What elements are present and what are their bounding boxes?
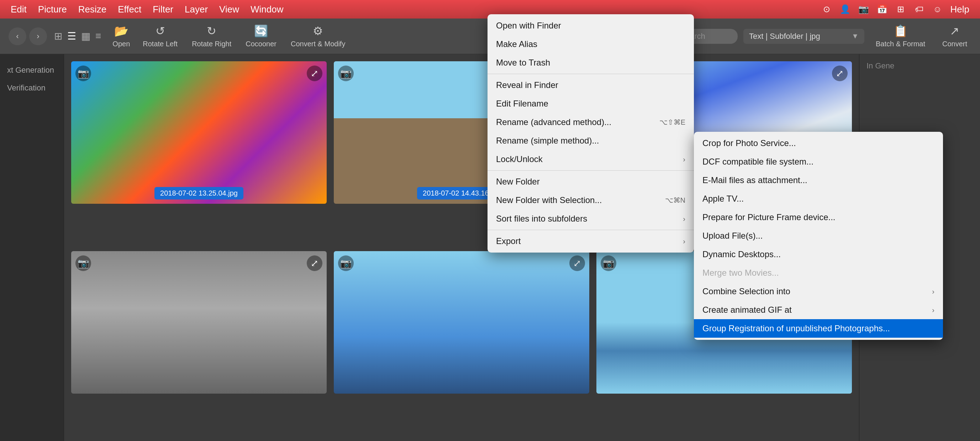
cm-new-folder-selection[interactable]: New Folder with Selection... ⌥⌘N xyxy=(487,191,694,209)
sidebar-item-generation[interactable]: xt Generation xyxy=(0,61,64,79)
strip-view-btn[interactable]: ▦ xyxy=(80,29,92,43)
grid-icon: ⊞ xyxy=(894,3,907,16)
rotate-right-label: Rotate Right xyxy=(192,40,231,48)
person-icon: 👤 xyxy=(839,3,851,16)
open-label: Open xyxy=(113,40,130,48)
camera-overlay-6: 📷 xyxy=(601,256,616,271)
convert-modify-icon: ⚙ xyxy=(313,24,323,38)
list-view-btn[interactable]: ☰ xyxy=(66,29,78,43)
cm-dcf[interactable]: DCF compatible file system... xyxy=(694,152,943,171)
toolbar-right: 🔍 Search Text | Subfolder | jpg ▼ 📋 Batc… xyxy=(659,21,973,51)
rotate-right-icon: ↻ xyxy=(207,24,216,38)
menu-edit[interactable]: Edit xyxy=(6,3,32,16)
camera-overlay-2: 📷 xyxy=(338,66,354,81)
convert-modify-label: Convert & Modify xyxy=(291,40,345,48)
forward-button[interactable]: › xyxy=(29,27,47,45)
open-btn[interactable]: 📂 Open xyxy=(107,21,135,51)
cm-merge-movies: Merge two Movies... xyxy=(694,264,943,282)
convert-modify-btn[interactable]: ⚙ Convert & Modify xyxy=(283,21,352,51)
cm-crop-photo[interactable]: Crop for Photo Service... xyxy=(694,134,943,152)
cm-export-arrow-icon: › xyxy=(683,237,686,245)
expand-overlay-3: ⤢ xyxy=(832,66,848,81)
photo-cell-1[interactable]: 📷 ⤢ 2018-07-02 13.25.04.jpg xyxy=(71,61,327,204)
calendar-icon: 📅 xyxy=(876,3,889,16)
dropdown-arrow-icon: ▼ xyxy=(851,32,859,40)
format-dropdown[interactable]: Text | Subfolder | jpg ▼ xyxy=(743,29,864,44)
cocooner-icon: 🔄 xyxy=(254,24,268,38)
cm-email-attachment[interactable]: E-Mail files as attachment... xyxy=(694,171,943,190)
cm-sort-subfolders[interactable]: Sort files into subfolders › xyxy=(487,209,694,228)
cm-combine-arrow-icon: › xyxy=(932,288,934,296)
cm-separator-3 xyxy=(487,230,694,230)
cm-apple-tv[interactable]: Apple TV... xyxy=(694,190,943,208)
rotate-right-btn[interactable]: ↻ Rotate Right xyxy=(185,21,239,51)
cm-new-folder[interactable]: New Folder xyxy=(487,173,694,191)
expand-overlay-5: ⤢ xyxy=(570,256,585,271)
menu-view[interactable]: View xyxy=(214,3,244,16)
cm-export[interactable]: Export › xyxy=(487,232,694,251)
cm-separator-1 xyxy=(487,74,694,74)
target-icon: ⊙ xyxy=(820,3,833,16)
menu-filter[interactable]: Filter xyxy=(148,3,178,16)
cm-open-finder[interactable]: Open with Finder xyxy=(487,16,694,35)
format-dropdown-value: Text | Subfolder | jpg xyxy=(749,32,820,41)
photo-cell-5[interactable]: 📷 ⤢ xyxy=(334,251,589,394)
camera-icon: 📷 xyxy=(857,3,870,16)
menu-help[interactable]: Help xyxy=(945,3,974,16)
cm-dynamic-desktops[interactable]: Dynamic Desktops... xyxy=(694,245,943,264)
nav-group: ‹ › xyxy=(7,27,48,45)
cm-move-trash[interactable]: Move to Trash xyxy=(487,53,694,72)
batch-label: Batch & Format xyxy=(876,40,925,48)
batch-format-btn[interactable]: 📋 Batch & Format xyxy=(870,21,931,51)
toolbar-convert-icon: ↗ xyxy=(950,24,959,38)
photo-filename-1: 2018-07-02 13.25.04.jpg xyxy=(154,187,243,200)
detail-view-btn[interactable]: ≡ xyxy=(94,29,102,43)
tag-icon: 🏷 xyxy=(913,3,926,16)
cm-separator-2 xyxy=(487,170,694,171)
rotate-left-label: Rotate Left xyxy=(143,40,178,48)
menu-picture[interactable]: Picture xyxy=(33,3,72,16)
batch-icon: 📋 xyxy=(894,24,908,38)
photo-cell-4[interactable]: 📷 ⤢ xyxy=(71,251,327,394)
cm-gif-arrow-icon: › xyxy=(932,306,934,314)
expand-overlay-4: ⤢ xyxy=(307,256,322,271)
open-icon: 📂 xyxy=(114,24,129,38)
cm-rename-simple[interactable]: Rename (simple method)... xyxy=(487,131,694,150)
camera-overlay-4: 📷 xyxy=(75,256,91,271)
cm-rename-advanced-shortcut: ⌥⇧⌘E xyxy=(652,118,686,126)
cm-upload-files[interactable]: Upload File(s)... xyxy=(694,227,943,245)
cm-animated-gif[interactable]: Create animated GIF at › xyxy=(694,300,943,319)
right-panel-title: In Gene xyxy=(867,61,973,70)
toolbar-convert-label: Convert xyxy=(942,40,967,48)
cm-combine-selection[interactable]: Combine Selection into › xyxy=(694,282,943,300)
rotate-left-btn[interactable]: ↺ Rotate Left xyxy=(135,21,185,51)
camera-overlay-1: 📷 xyxy=(75,66,91,81)
menu-effect[interactable]: Effect xyxy=(113,3,146,16)
menu-icons: ⊙ 👤 📷 📅 ⊞ 🏷 ☺ xyxy=(820,3,944,16)
cm-picture-frame[interactable]: Prepare for Picture Frame device... xyxy=(694,208,943,227)
expand-overlay-1: ⤢ xyxy=(307,66,322,81)
context-menu-primary: Open with Finder Make Alias Move to Tras… xyxy=(487,14,694,252)
cm-rename-advanced[interactable]: Rename (advanced method)... ⌥⇧⌘E xyxy=(487,113,694,131)
grid-view-btn[interactable]: ⊞ xyxy=(52,29,64,43)
cocooner-label: Cocooner xyxy=(245,40,277,48)
cm-new-folder-shortcut: ⌥⌘N xyxy=(658,196,686,205)
menu-layer[interactable]: Layer xyxy=(180,3,213,16)
cm-make-alias[interactable]: Make Alias xyxy=(487,35,694,53)
cm-group-registration[interactable]: Group Registration of unpublished Photog… xyxy=(694,319,943,338)
camera-overlay-5: 📷 xyxy=(338,256,354,271)
menu-resize[interactable]: Resize xyxy=(73,3,111,16)
toolbar-convert-btn[interactable]: ↗ Convert xyxy=(937,21,973,51)
message-icon: ☺ xyxy=(931,3,944,16)
sidebar-item-verification[interactable]: Verification xyxy=(0,79,64,97)
view-buttons: ⊞ ☰ ▦ ≡ xyxy=(52,29,102,43)
context-menu-secondary: Crop for Photo Service... DCF compatible… xyxy=(694,132,943,340)
cm-edit-filename[interactable]: Edit Filename xyxy=(487,94,694,113)
menu-window[interactable]: Window xyxy=(245,3,288,16)
cm-reveal-finder[interactable]: Reveal in Finder xyxy=(487,76,694,94)
cm-sort-arrow-icon: › xyxy=(683,215,686,223)
cm-lock-unlock[interactable]: Lock/Unlock › xyxy=(487,150,694,168)
cm-lock-arrow-icon: › xyxy=(683,155,686,163)
cocooner-btn[interactable]: 🔄 Cocooner xyxy=(239,21,283,51)
back-button[interactable]: ‹ xyxy=(8,27,26,45)
